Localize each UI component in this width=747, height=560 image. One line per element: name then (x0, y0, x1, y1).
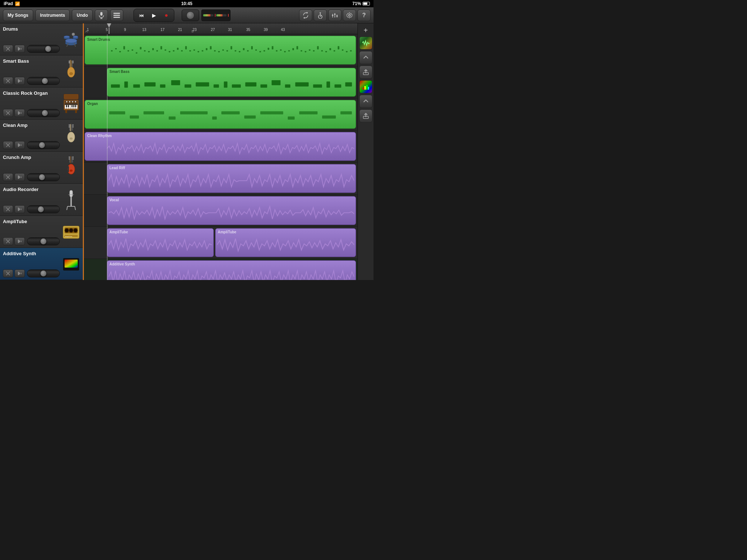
svg-point-39 (69, 62, 70, 63)
level-bar-right (216, 14, 227, 16)
clip-label-amplitube-1: AmpliTube (108, 229, 129, 235)
ruler-31: 31 (228, 28, 232, 32)
svg-rect-179 (111, 85, 120, 88)
svg-point-16 (349, 14, 351, 16)
volume-slider-additive-synth[interactable] (27, 269, 60, 277)
solo-button-audio-recorder[interactable] (15, 205, 25, 213)
track-row-amplitube[interactable]: AmpliTube AmpliTube (84, 227, 357, 259)
clip-amplitube-2[interactable]: AmpliTube (215, 228, 356, 257)
mute-button-drums[interactable] (3, 45, 13, 53)
undo-button[interactable]: Undo (72, 9, 93, 21)
play-button[interactable]: ▶ (148, 10, 159, 20)
vocal-waveform (109, 202, 354, 223)
svg-rect-213 (363, 88, 364, 90)
svg-point-61 (69, 101, 70, 102)
clean-rhythm-waveform (107, 138, 354, 159)
clip-smart-bass[interactable]: Smart Bass (107, 68, 356, 97)
svg-rect-72 (70, 124, 71, 131)
ruler-39: 39 (264, 28, 268, 32)
solo-button-drums[interactable] (15, 45, 25, 53)
loop-button[interactable] (299, 9, 312, 21)
track-row-drums[interactable]: Smart Drums (84, 34, 357, 66)
solo-button-amplitube[interactable] (15, 237, 25, 245)
track-item-classic-rock-organ: Classic Rock Organ (0, 88, 83, 120)
svg-point-93 (72, 156, 74, 158)
share-button-2[interactable] (359, 109, 372, 122)
svg-point-94 (69, 158, 70, 160)
scroll-up-button-2[interactable] (359, 95, 372, 108)
clip-label-lead-riff: Lead Riff (108, 165, 127, 171)
solo-button-additive-synth[interactable] (15, 269, 25, 277)
master-volume-knob[interactable] (182, 9, 199, 21)
clip-vocal[interactable]: Vocal (107, 196, 356, 225)
help-button[interactable]: ? (357, 9, 371, 21)
solo-button-smart-bass[interactable] (15, 77, 25, 85)
track-item-audio-recorder: Audio Recorder (0, 184, 83, 216)
solo-button-classic-rock-organ[interactable] (15, 109, 25, 117)
svg-rect-125 (132, 50, 133, 51)
instruments-button[interactable]: Instruments (35, 9, 70, 21)
mute-button-clean-amp[interactable] (3, 141, 13, 149)
svg-rect-54 (71, 105, 73, 107)
track-row-smart-bass[interactable]: Smart Bass (84, 66, 357, 98)
volume-slider-crunch-amp[interactable] (27, 173, 60, 181)
svg-rect-120 (111, 50, 113, 51)
track-row-additive-synth[interactable]: Additive Synth (84, 259, 357, 280)
volume-slider-amplitube[interactable] (27, 237, 60, 245)
mute-button-smart-bass[interactable] (3, 77, 13, 85)
record-button[interactable]: ● (161, 10, 172, 20)
rewind-button[interactable]: ⏮ (136, 10, 147, 20)
scroll-up-button[interactable] (359, 51, 372, 64)
clip-additive-synth[interactable]: Additive Synth (107, 260, 356, 280)
clip-label-organ: Organ (86, 101, 99, 106)
clip-label-smart-bass: Smart Bass (108, 69, 131, 74)
clip-smart-drums[interactable]: Smart Drums (85, 36, 356, 65)
svg-rect-161 (280, 50, 282, 51)
svg-point-74 (70, 137, 73, 140)
solo-button-clean-amp[interactable] (15, 141, 25, 149)
volume-slider-smart-bass[interactable] (27, 77, 60, 85)
svg-rect-149 (231, 46, 232, 49)
mute-button-audio-recorder[interactable] (3, 205, 13, 213)
svg-point-73 (67, 132, 75, 142)
svg-rect-180 (124, 82, 128, 88)
clip-label-additive-synth: Additive Synth (108, 261, 136, 267)
mute-button-amplitube[interactable] (3, 237, 13, 245)
mute-button-additive-synth[interactable] (3, 269, 13, 277)
svg-line-100 (67, 206, 67, 210)
volume-slider-classic-rock-organ[interactable] (27, 109, 60, 117)
track-row-crunch-amp[interactable]: Lead Riff (84, 163, 357, 195)
track-row-audio-recorder[interactable]: Vocal (84, 195, 357, 227)
svg-rect-189 (232, 85, 241, 88)
my-songs-button[interactable]: My Songs (3, 9, 33, 21)
volume-slider-clean-amp[interactable] (27, 141, 60, 149)
volume-slider-drums[interactable] (27, 45, 60, 53)
mixer-button[interactable] (328, 9, 341, 21)
clip-lead-riff[interactable]: Lead Riff (107, 164, 356, 193)
solo-button-crunch-amp[interactable] (15, 173, 25, 181)
tracks-view-button[interactable] (110, 9, 123, 21)
add-track-button[interactable]: + (359, 25, 372, 36)
mute-button-crunch-amp[interactable] (3, 173, 13, 181)
waveform-button[interactable] (359, 36, 372, 50)
clip-amplitube-1[interactable]: AmpliTube (107, 228, 214, 257)
tracks-scroll[interactable]: Smart Drums (84, 34, 357, 280)
svg-line-7 (320, 15, 321, 17)
track-row-clean-amp[interactable]: Clean Rhythm (84, 131, 357, 163)
share-button-1[interactable] (359, 66, 372, 79)
mute-button-classic-rock-organ[interactable] (3, 109, 13, 117)
track-row-organ[interactable]: Organ (84, 98, 357, 131)
equalizer-button[interactable] (359, 80, 372, 93)
tempo-button[interactable] (314, 9, 327, 21)
microphone-button[interactable] (95, 9, 108, 21)
svg-rect-3 (113, 13, 120, 14)
svg-rect-87 (67, 166, 69, 169)
volume-slider-audio-recorder[interactable] (27, 205, 60, 213)
svg-rect-148 (227, 50, 228, 51)
settings-button[interactable] (343, 9, 356, 21)
clip-clean-rhythm[interactable]: Clean Rhythm (85, 132, 356, 161)
clip-organ[interactable]: Organ (85, 100, 356, 129)
svg-rect-143 (206, 48, 208, 50)
svg-rect-142 (202, 50, 204, 51)
svg-rect-207 (260, 111, 283, 114)
